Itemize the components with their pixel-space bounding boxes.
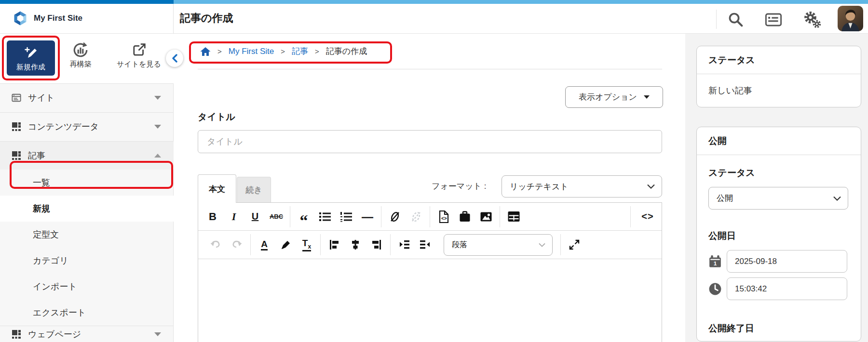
sidebar-item-label: サイト [28, 92, 54, 104]
highlight-button[interactable] [275, 234, 296, 255]
clock-icon [708, 282, 722, 296]
text-color-glyph: A [261, 239, 268, 250]
sidebar-item-articles[interactable]: 記事 [0, 141, 174, 170]
table-icon [507, 210, 520, 223]
remove-link-button[interactable] [406, 206, 427, 227]
toolbar-divider [500, 206, 500, 227]
link-icon [389, 210, 401, 223]
search-icon[interactable] [727, 11, 744, 29]
breadcrumb-section-link[interactable]: 記事 [292, 46, 308, 57]
strikethrough-button[interactable]: ABC [266, 206, 287, 227]
header: My First Site 記事の作成 [0, 4, 868, 34]
insert-image-button[interactable] [475, 206, 497, 227]
toolbar-divider [390, 234, 391, 255]
paragraph-style-select[interactable]: 段落 [444, 234, 553, 256]
insert-link-button[interactable] [384, 206, 406, 227]
unordered-list-button[interactable] [314, 206, 336, 227]
undo-button[interactable] [205, 234, 226, 255]
sidebar-subitem-export[interactable]: エクスポート [0, 300, 174, 326]
outdent-button[interactable] [415, 234, 436, 255]
rebuild-button[interactable]: 再構築 [54, 40, 107, 76]
paragraph-value: 段落 [452, 240, 467, 250]
title-input[interactable] [198, 130, 662, 153]
rebuild-label: 再構築 [54, 60, 107, 69]
tab-extended-label: 続き [245, 184, 262, 196]
sidebar-item-content-data[interactable]: コンテンツデータ [0, 112, 174, 141]
settings-gears-icon[interactable] [802, 11, 822, 31]
sidebar-item-label: コンテンツデータ [28, 121, 99, 132]
text-color-button[interactable]: A [254, 234, 275, 255]
chevron-left-icon [172, 54, 177, 63]
sidebar-subitem-boilerplate[interactable]: 定型文 [0, 222, 174, 248]
create-new-button[interactable]: 新規作成 [7, 40, 55, 76]
editor-toolbar-row2: A Tx 段落 [198, 231, 662, 259]
publish-card-title: 公開 [697, 127, 861, 155]
publish-status-select[interactable]: 公開 [708, 187, 848, 210]
clear-format-button[interactable]: Tx [296, 234, 317, 255]
publish-time-input[interactable] [727, 277, 847, 300]
toolbar-divider [560, 234, 561, 255]
breadcrumb-site-link[interactable]: My First Site [229, 47, 274, 56]
publish-date-input[interactable] [727, 250, 847, 273]
insert-table-button[interactable] [503, 206, 524, 227]
subitem-label: 新規 [33, 203, 50, 214]
outdent-icon [420, 239, 431, 250]
tab-extended[interactable]: 続き [237, 177, 271, 203]
align-left-icon [328, 239, 340, 250]
sidebar-subitem-list[interactable]: 一覧 [0, 170, 174, 196]
bold-button[interactable]: B [202, 206, 223, 227]
html-source-button[interactable]: <> [634, 206, 662, 227]
site-name[interactable]: My First Site [34, 13, 82, 23]
publish-card: 公開 ステータス 公開 公開日 1 [696, 127, 861, 342]
horizontal-rule-button[interactable]: — [357, 206, 378, 227]
toolbar-divider [320, 234, 321, 255]
sidebar-subitem-category[interactable]: カテゴリ [0, 248, 174, 274]
sidebar-item-label: 記事 [28, 150, 45, 161]
insert-file-button[interactable]: <> [433, 206, 454, 227]
list-panel-icon[interactable] [765, 13, 782, 29]
indent-button[interactable] [393, 234, 415, 255]
user-avatar[interactable] [838, 6, 863, 31]
toolbar-divider [381, 206, 381, 227]
display-options-button[interactable]: 表示オプション [565, 86, 663, 108]
insert-asset-button[interactable] [454, 206, 475, 227]
hr-glyph: — [362, 210, 373, 224]
tab-body[interactable]: 本文 [198, 174, 236, 203]
underline-button[interactable]: U [244, 206, 266, 227]
italic-glyph: I [232, 210, 236, 223]
italic-button[interactable]: I [223, 206, 244, 227]
align-center-icon [350, 239, 361, 250]
format-select[interactable]: リッチテキスト [502, 175, 662, 197]
align-center-button[interactable] [345, 234, 366, 255]
fullscreen-button[interactable] [564, 234, 585, 255]
chevron-down-icon [154, 125, 161, 129]
redo-button[interactable] [226, 234, 247, 255]
sidebar-subitem-import[interactable]: インポート [0, 274, 174, 300]
site-logo-icon[interactable] [12, 10, 29, 27]
format-value: リッチテキスト [510, 181, 569, 192]
blockquote-button[interactable]: “ [293, 206, 314, 227]
view-site-button[interactable]: サイトを見る [109, 40, 169, 76]
chevron-down-icon [154, 332, 161, 336]
external-link-icon [109, 40, 169, 60]
publish-end-label: 公開終了日 [708, 322, 849, 335]
sidebar-item-webpage[interactable]: ウェブページ [0, 326, 174, 342]
subitem-label: 定型文 [33, 229, 59, 240]
sidebar-subitem-new[interactable]: 新規 [0, 196, 174, 222]
publish-date-label: 公開日 [708, 230, 849, 242]
expand-arrows-icon [569, 239, 580, 250]
grid-icon [12, 122, 21, 132]
ordered-list-icon [340, 211, 353, 223]
align-left-button[interactable] [324, 234, 345, 255]
ordered-list-button[interactable] [336, 206, 357, 227]
editor-content-area[interactable] [198, 259, 662, 342]
source-glyph: <> [641, 211, 653, 222]
sidebar-item-site[interactable]: サイト [0, 83, 174, 112]
bold-glyph: B [209, 210, 217, 223]
topbar-accent-left [0, 0, 174, 4]
home-icon[interactable] [200, 47, 211, 56]
align-right-button[interactable] [366, 234, 387, 255]
sidebar-collapse-button[interactable] [166, 50, 183, 67]
highlighter-pen-icon [280, 239, 291, 250]
display-options-label: 表示オプション [579, 92, 637, 103]
